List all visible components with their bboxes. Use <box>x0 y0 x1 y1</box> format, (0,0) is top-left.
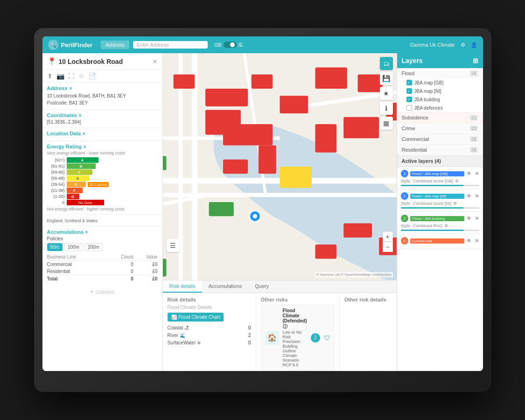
document-icon[interactable]: 📄 <box>88 72 96 80</box>
map-container[interactable]: 🗂 💾 ★ ℹ ▦ + − ☰ <box>163 53 397 280</box>
residential-group-title[interactable]: Residential [3] <box>397 145 483 155</box>
user-icon[interactable]: 👤 <box>471 42 477 48</box>
flood-climate-chart-button[interactable]: 📈 Flood Climate Chart <box>168 313 224 322</box>
jba-building-item[interactable]: ✓ JBA building <box>397 95 483 104</box>
distance-100m[interactable]: 100m <box>64 243 83 251</box>
star-icon[interactable]: ☆ <box>78 72 84 80</box>
risk-details-subtitle: Flood Climate Details <box>168 305 251 310</box>
layer-close-icon-2[interactable]: ✕ <box>475 193 479 199</box>
settings-icon-2[interactable]: ⚙ <box>453 201 457 206</box>
share-icon[interactable]: ⬆ <box>47 72 53 80</box>
tab-risk-details[interactable]: Risk details <box>163 280 202 293</box>
commercial-group-title[interactable]: Commercial [3] <box>397 134 483 144</box>
commercial-group-badge: [3] <box>469 136 478 142</box>
map-menu-button[interactable]: ☰ <box>167 239 180 252</box>
layer-eye-icon-3[interactable]: 👁 <box>466 215 472 222</box>
distance-200m[interactable]: 200m <box>84 243 103 251</box>
info-tool-button[interactable]: ℹ <box>380 102 393 115</box>
zoom-in-button[interactable]: + <box>383 231 393 242</box>
flood-card-level: Low or No Risk <box>283 330 307 339</box>
other-risk-details-title: Other risk details <box>344 297 392 302</box>
layers-header-icons: ⊞ <box>473 57 478 64</box>
table-total-row: Total 0 £0 <box>47 275 158 283</box>
gamma-logo: ✦ GAMMA <box>42 285 162 299</box>
jba-map-ni-item[interactable]: ✓ JBA map [NI] <box>397 87 483 95</box>
coordinates-title[interactable]: Coordinates <box>47 112 158 118</box>
distance-50m[interactable]: 50m <box>47 243 63 251</box>
svg-rect-40 <box>315 245 336 259</box>
accumulations-title[interactable]: Accumulations <box>47 229 158 235</box>
style-value-2: Combined score [NI] <box>413 201 451 206</box>
crime-group-title[interactable]: Crime [2] <box>397 123 483 133</box>
jba-defences-checkbox[interactable] <box>406 105 412 111</box>
legend-tool-button[interactable]: ▦ <box>380 117 393 130</box>
jba-map-gb-checkbox[interactable]: ✓ <box>406 80 412 85</box>
settings-icon-3[interactable]: ⚙ <box>444 224 448 228</box>
style-value-1: Combined score [GB] <box>413 179 453 183</box>
energy-note-bottom: Not energy efficient - higher running co… <box>47 207 158 211</box>
bookmark-tool-button[interactable]: ★ <box>380 87 393 100</box>
tab-query[interactable]: Query <box>248 280 275 293</box>
jba-defences-item[interactable]: JBA defences <box>397 104 483 112</box>
layer-eye-icon-4[interactable]: 👁 <box>466 238 472 244</box>
settings-icon-1[interactable]: ⚙ <box>455 179 459 183</box>
energy-bars: (92+) A (81-91) B <box>47 157 158 205</box>
layer-slider-3[interactable] <box>401 230 479 231</box>
layer-eye-icon-2[interactable]: 👁 <box>466 193 472 199</box>
style-value-3: Combined RAG <box>413 224 442 228</box>
layer-eye-icon-1[interactable]: 👁 <box>466 170 472 177</box>
svg-rect-23 <box>343 117 379 139</box>
flood-card-scenario: Climate Scenario RCP 8.5 <box>283 353 307 367</box>
top-bar-right: Gamma Uk Climate ⚙ 👤 <box>410 42 477 48</box>
layer-controls-4: 👁 ✕ <box>466 238 479 244</box>
layers-tool-button[interactable]: 🗂 <box>380 57 393 70</box>
jba-map-gb-item[interactable]: ✓ JBA map [GB] <box>397 78 483 87</box>
energy-rating-section: Energy Rating Very energy efficient - lo… <box>42 141 162 215</box>
address-section-title[interactable]: Address <box>47 85 158 91</box>
address-header: 📍 10 Locksbrook Road ✕ <box>42 53 162 70</box>
layer-controls-1: 👁 ✕ <box>466 170 479 177</box>
jba-building-checkbox[interactable]: ✓ <box>406 97 412 102</box>
energy-bar-e-block: E <box>67 182 86 187</box>
energy-bar-f-block: F <box>67 188 83 193</box>
address-tab[interactable]: Address <box>101 41 129 49</box>
svg-rect-32 <box>163 259 167 276</box>
layer-close-icon-1[interactable]: ✕ <box>475 170 479 177</box>
tab-accumulations[interactable]: Accumulations <box>202 280 249 293</box>
coastal-risk-row: Coastal 🏖 0 <box>168 325 251 330</box>
energy-current-tag: 33 Current <box>88 182 109 187</box>
expand-icon[interactable]: ⛶ <box>68 72 75 80</box>
country-toggle[interactable] <box>224 42 237 48</box>
location-data-section: Location Data <box>42 128 162 141</box>
layer-close-icon-4[interactable]: ✕ <box>475 238 479 244</box>
address-input[interactable]: Enter Address <box>133 41 208 49</box>
svg-point-37 <box>252 214 257 218</box>
energy-rating-title[interactable]: Energy Rating <box>47 144 158 149</box>
river-value: 2 <box>248 333 251 338</box>
policies-label: Policies <box>47 236 158 241</box>
save-tool-button[interactable]: 💾 <box>380 72 393 85</box>
peril-finder-icon: 🔍 <box>48 40 58 50</box>
camera-icon[interactable]: 📷 <box>56 72 64 80</box>
other-risks-title: Other risks <box>261 297 335 302</box>
energy-bar-g: (1-20) G <box>47 194 158 199</box>
close-panel-button[interactable]: ✕ <box>152 58 158 65</box>
layer-j-badge-3: J <box>401 215 408 222</box>
jba-map-ni-checkbox[interactable]: ✓ <box>406 88 412 94</box>
location-data-title[interactable]: Location Data <box>47 131 158 136</box>
layers-grid-icon[interactable]: ⊞ <box>473 57 478 64</box>
main-content: 📍 10 Locksbrook Road ✕ ⬆ 📷 ⛶ ☆ 📄 Address <box>42 53 483 371</box>
layer-slider-2[interactable] <box>401 207 479 209</box>
layer-slider-1[interactable] <box>401 185 479 186</box>
energy-bar-b: (81-91) B <box>47 163 158 169</box>
coordinates-value: [51.3836,-2.384] <box>47 119 158 125</box>
subsidence-group-title[interactable]: Subsidence [1] <box>397 112 483 123</box>
layer-name-tag-3: Flood / JBA building <box>410 216 464 221</box>
gear-icon[interactable]: ⚙ <box>461 42 465 48</box>
flood-group-title[interactable]: Flood [4] <box>397 68 483 78</box>
layer-close-icon-3[interactable]: ✕ <box>475 215 479 222</box>
active-layer-card-4: C Commercial 👁 ✕ <box>397 234 483 249</box>
svg-rect-14 <box>251 75 273 89</box>
map-copyright: © Gamma Ltd © OpenStreetMap contributors <box>315 272 393 277</box>
zoom-out-button[interactable]: − <box>383 242 393 252</box>
